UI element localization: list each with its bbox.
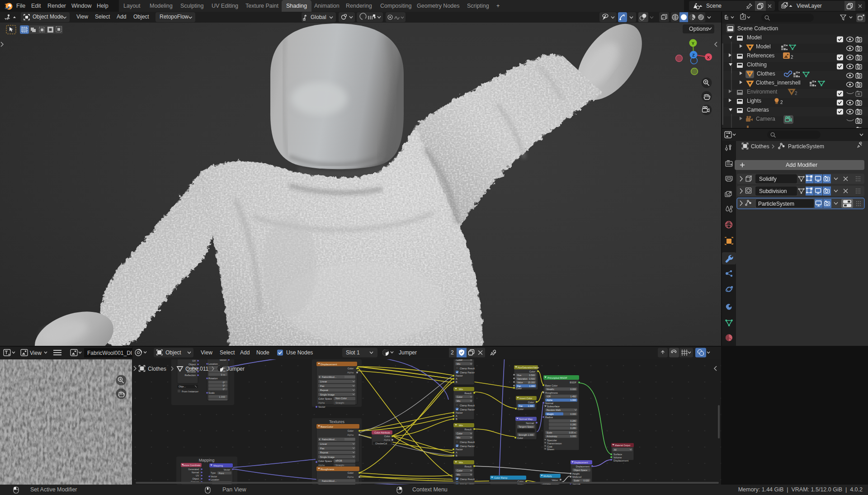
svg-text:Clothing: Clothing xyxy=(747,61,767,68)
svg-text:Material Output: Material Output xyxy=(615,444,631,447)
svg-text:Scene Collection: Scene Collection xyxy=(737,25,778,32)
svg-text:Type:: Type: xyxy=(211,471,216,474)
svg-text:0°: 0° xyxy=(223,384,225,387)
svg-text:Fac: Fac xyxy=(519,405,523,407)
svg-text:sRGB: sRGB xyxy=(335,459,342,462)
svg-text:Options: Options xyxy=(689,26,708,32)
svg-text:Mapping: Mapping xyxy=(199,458,215,462)
svg-text:Clothes: Clothes xyxy=(757,71,775,77)
svg-text:Radius: Radius xyxy=(545,416,553,419)
svg-text:0°: 0° xyxy=(223,388,225,391)
svg-text:0.500: 0.500 xyxy=(529,374,535,377)
svg-text:Mix: Mix xyxy=(459,388,463,391)
svg-text:Tangent Space: Tangent Space xyxy=(519,425,534,428)
svg-text:Mix: Mix xyxy=(459,424,463,427)
svg-text:BSDF: BSDF xyxy=(570,381,576,384)
svg-text:Add: Add xyxy=(240,349,250,356)
svg-text:Clothes: Clothes xyxy=(148,366,166,372)
svg-text:2: 2 xyxy=(780,100,783,105)
svg-text:Cameras: Cameras xyxy=(747,107,769,113)
svg-text:Scale: Scale xyxy=(547,431,552,434)
svg-text:0.280: 0.280 xyxy=(570,423,576,426)
svg-text:X: X xyxy=(707,55,710,60)
svg-text:0.280: 0.280 xyxy=(570,420,576,422)
svg-text:Principled BSDF: Principled BSDF xyxy=(547,377,567,379)
svg-text:Lights: Lights xyxy=(747,98,761,104)
svg-text:0.05 m: 0.05 m xyxy=(569,431,576,434)
svg-text:Node: Node xyxy=(256,349,269,356)
svg-text:Transmission: Transmission xyxy=(547,442,562,445)
svg-text:From Instancer: From Instancer xyxy=(182,390,198,393)
svg-text:15.300: 15.300 xyxy=(528,381,535,384)
svg-text:ParticleSystem: ParticleSystem xyxy=(788,143,824,150)
svg-text:CheckerCol: CheckerCol xyxy=(375,442,387,445)
svg-text:All: All xyxy=(614,448,617,451)
svg-text:0.000: 0.000 xyxy=(570,388,576,391)
svg-text:Clothes_innershell: Clothes_innershell xyxy=(756,80,801,86)
svg-text:Hue/Saturation/Value: Hue/Saturation/Value xyxy=(518,366,539,369)
svg-text:Value: Value xyxy=(517,381,523,384)
svg-text:Value: Value xyxy=(552,479,558,481)
svg-text:Result: Result xyxy=(464,392,472,395)
svg-text:Alpha: Alpha xyxy=(547,399,552,401)
svg-text:Surface: Surface xyxy=(613,453,622,456)
svg-text:Generated: Generated xyxy=(188,468,199,471)
svg-text:Object: Object xyxy=(193,477,199,480)
svg-text:Result: Result xyxy=(464,465,472,468)
svg-text:Displacement: Displacement xyxy=(576,465,590,468)
svg-text:Y: Y xyxy=(692,41,695,46)
svg-text:View: View xyxy=(201,349,212,356)
svg-text:1.450: 1.450 xyxy=(570,395,576,398)
svg-text:UV: UV xyxy=(192,359,196,362)
svg-text:Color: Color xyxy=(528,401,534,404)
svg-text:Multiply: Multiply xyxy=(543,475,552,477)
svg-text:Texture Coordinate: Texture Coordinate xyxy=(182,464,201,467)
svg-text:1.000: 1.000 xyxy=(219,396,225,398)
svg-text:Textures: Textures xyxy=(329,420,345,424)
svg-text:Scale: Scale xyxy=(574,479,580,482)
svg-text:Clothes: Clothes xyxy=(751,143,769,150)
svg-text:View: View xyxy=(30,350,42,356)
svg-text:0.280: 0.280 xyxy=(570,427,576,429)
svg-text:Z: Z xyxy=(692,52,695,57)
svg-text:Model: Model xyxy=(756,43,771,50)
svg-text:Volume: Volume xyxy=(613,456,622,459)
svg-text:Color: Color xyxy=(518,408,524,410)
svg-text:0.000: 0.000 xyxy=(570,413,576,415)
svg-text:UV: UV xyxy=(196,474,199,477)
svg-text:Jumper: Jumper xyxy=(226,366,245,372)
svg-text:Roughness: Roughness xyxy=(321,468,334,471)
svg-text:Jumper: Jumper xyxy=(399,349,417,356)
svg-text:2: 2 xyxy=(795,91,797,96)
svg-text:Color: Color xyxy=(529,370,535,373)
svg-text:1.000: 1.000 xyxy=(529,385,535,387)
svg-text:1.000: 1.000 xyxy=(570,399,576,401)
svg-text:Global: Global xyxy=(311,14,326,20)
svg-text:Cube.011: Cube.011 xyxy=(185,366,208,372)
svg-text:0°: 0° xyxy=(223,381,225,384)
svg-text:Use Nodes: Use Nodes xyxy=(286,349,313,356)
svg-text:Mapping: Mapping xyxy=(213,464,223,467)
svg-text:Color: Color xyxy=(348,471,354,474)
svg-text:ParticleSystem: ParticleSystem xyxy=(758,201,794,207)
svg-text:0.500: 0.500 xyxy=(529,377,535,380)
svg-text:1.000: 1.000 xyxy=(528,405,533,407)
svg-text:Anisotropy: Anisotropy xyxy=(547,435,557,438)
svg-text:2: 2 xyxy=(791,55,793,60)
svg-text:Subdivision: Subdivision xyxy=(759,188,787,194)
svg-text:FabricWool001_DI: FabricWool001_DI xyxy=(87,350,132,356)
svg-text:Saturation: Saturation xyxy=(517,377,528,380)
svg-text:0 m: 0 m xyxy=(221,373,226,376)
svg-text:Obje...: Obje... xyxy=(179,385,186,388)
svg-text:Point: Point xyxy=(219,472,224,475)
svg-text:Normal: Normal xyxy=(545,402,553,405)
svg-text:Vector: Vector xyxy=(224,468,231,471)
svg-text:2: 2 xyxy=(451,349,454,356)
svg-text:Normal: Normal xyxy=(526,422,534,424)
svg-text:0.000: 0.000 xyxy=(570,435,576,438)
svg-text:Normal: Normal xyxy=(192,471,199,474)
svg-text:IOR: IOR xyxy=(547,395,551,398)
svg-text:Coat: Coat xyxy=(547,445,552,448)
svg-text:References: References xyxy=(747,52,774,59)
svg-text:Mix: Mix xyxy=(459,461,463,464)
